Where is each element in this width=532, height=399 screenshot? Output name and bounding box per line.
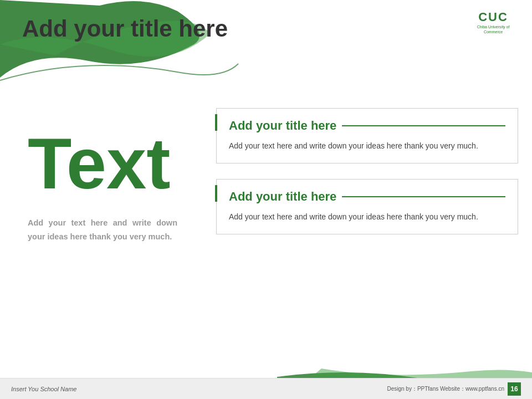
logo: CUC Chiba University of Commerce [471, 10, 515, 34]
content-box-2-body: Add your text here and write down your i… [229, 211, 505, 224]
footer-credits: Design by：PPTfans Website：www.pptfans.cn [387, 385, 504, 393]
page-number: 16 [508, 382, 521, 396]
top-wave-decoration [0, 0, 532, 100]
content-box-1: Add your title here Add your text here a… [216, 108, 518, 163]
content-box-2-title: Add your title here [229, 190, 505, 204]
content-box-1-title: Add your title here [229, 119, 505, 133]
right-section: Add your title here Add your text here a… [216, 108, 518, 250]
content-box-2: Add your title here Add your text here a… [216, 179, 518, 234]
left-body-text: Add your text here and write down your i… [28, 216, 177, 243]
footer: Insert You School Name Design by：PPTfans… [0, 378, 532, 399]
slide-title: Add your title here [22, 16, 228, 42]
logo-subtext: Chiba University of Commerce [471, 24, 515, 34]
footer-right: Design by：PPTfans Website：www.pptfans.cn… [387, 382, 521, 396]
footer-school-name: Insert You School Name [11, 386, 76, 392]
content-box-1-body: Add your text here and write down your i… [229, 140, 505, 153]
slide: Add your title here CUC Chiba University… [0, 0, 532, 399]
big-word: Text [28, 127, 171, 200]
logo-cuc-text: CUC [471, 10, 515, 24]
